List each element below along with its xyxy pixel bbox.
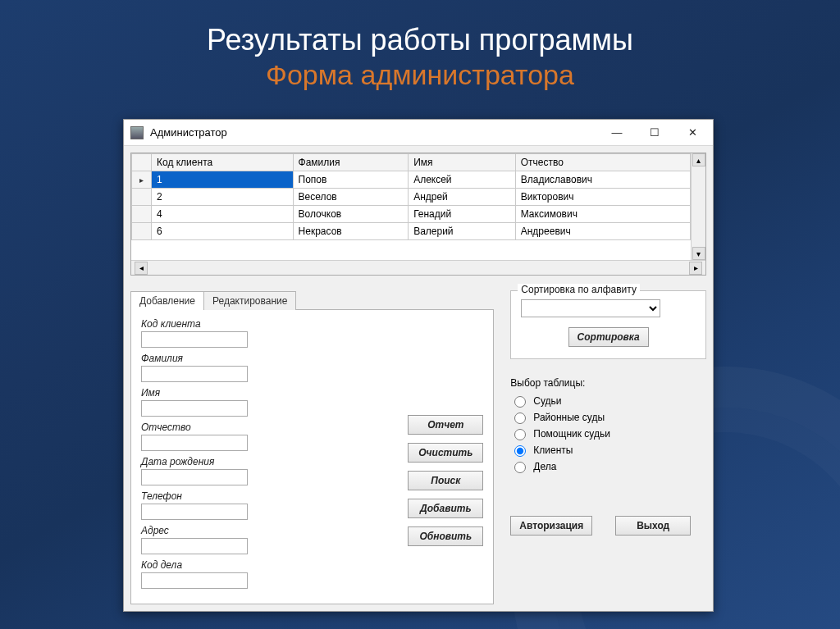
minimize-button[interactable]: — — [598, 121, 636, 145]
table-row[interactable]: 2 Веселов Андрей Викторович — [132, 189, 691, 206]
tab-strip: Добавление Редактирование — [130, 291, 494, 310]
titlebar[interactable]: Администратор — ☐ ✕ — [124, 120, 713, 146]
maximize-button[interactable]: ☐ — [636, 121, 673, 145]
row-header-corner — [132, 154, 152, 171]
app-icon — [130, 126, 144, 139]
col-patr[interactable]: Отчество — [515, 154, 690, 171]
search-button[interactable]: Поиск — [408, 471, 483, 490]
sort-button[interactable]: Сортировка — [568, 327, 649, 347]
table-select-group: Выбор таблицы: Судьи Районные суды По — [510, 377, 706, 473]
field-dob: Дата рождения — [141, 456, 383, 485]
table-select-title: Выбор таблицы: — [510, 377, 706, 389]
field-patronymic: Отчество — [141, 422, 383, 451]
slide-title: Результаты работы программы — [0, 23, 840, 57]
table-row[interactable]: 4 Волочков Генадий Максимович — [132, 206, 691, 223]
radio-clients-input[interactable] — [514, 445, 526, 457]
update-button[interactable]: Обновить — [408, 526, 483, 546]
table-row[interactable]: 6 Некрасов Валерий Андреевич — [132, 223, 691, 240]
clients-table: Код клиента Фамилия Имя Отчество 1 Попов — [131, 153, 691, 240]
radio-judges-input[interactable] — [514, 396, 526, 408]
scroll-up-icon[interactable]: ▴ — [692, 153, 705, 166]
admin-window: Администратор — ☐ ✕ Код клиента Фамилия … — [123, 119, 714, 612]
sort-groupbox: Сортировка по алфавиту Сортировка — [510, 290, 706, 359]
tab-add[interactable]: Добавление — [130, 291, 204, 310]
radio-clients[interactable]: Клиенты — [510, 443, 706, 457]
horizontal-scrollbar[interactable]: ◂ ▸ — [131, 260, 705, 275]
sort-combo[interactable] — [521, 299, 660, 317]
field-phone: Телефон — [141, 490, 383, 520]
field-lastname: Фамилия — [141, 353, 383, 382]
scroll-right-icon[interactable]: ▸ — [689, 262, 702, 275]
col-last[interactable]: Фамилия — [293, 154, 409, 171]
field-address: Адрес — [141, 525, 383, 554]
scroll-left-icon[interactable]: ◂ — [135, 262, 148, 275]
dob-input[interactable] — [141, 469, 248, 485]
radio-assistant[interactable]: Помощник судьи — [510, 426, 706, 440]
firstname-input[interactable] — [141, 400, 248, 417]
slide-subtitle: Форма администратора — [0, 59, 840, 91]
row-indicator — [132, 171, 152, 189]
field-client-code: Код клиента — [141, 318, 383, 348]
radio-judges[interactable]: Судьи — [510, 394, 706, 408]
address-input[interactable] — [141, 538, 248, 554]
table-row[interactable]: 1 Попов Алексей Владиславович — [132, 171, 691, 189]
sort-legend: Сортировка по алфавиту — [518, 284, 640, 295]
clear-button[interactable]: Очистить — [408, 443, 483, 463]
case-code-input[interactable] — [141, 572, 248, 589]
window-body: Код клиента Фамилия Имя Отчество 1 Попов — [124, 146, 713, 611]
radio-courts-input[interactable] — [514, 412, 526, 424]
radio-cases[interactable]: Дела — [510, 459, 706, 473]
phone-input[interactable] — [141, 504, 248, 520]
tab-edit[interactable]: Редактирование — [203, 291, 296, 310]
col-first[interactable]: Имя — [409, 154, 516, 171]
client-code-input[interactable] — [141, 331, 248, 348]
vertical-scrollbar[interactable]: ▴ ▾ — [691, 153, 705, 260]
auth-button[interactable]: Авторизация — [510, 516, 592, 536]
patronymic-input[interactable] — [141, 435, 248, 451]
exit-button[interactable]: Выход — [615, 516, 691, 536]
report-button[interactable]: Отчет — [408, 415, 483, 435]
col-code[interactable]: Код клиента — [152, 154, 294, 171]
radio-cases-input[interactable] — [514, 462, 526, 473]
add-button[interactable]: Добавить — [408, 499, 483, 518]
window-title: Администратор — [150, 126, 598, 139]
lastname-input[interactable] — [141, 366, 248, 382]
tab-page-add: Код клиента Фамилия Имя — [130, 309, 494, 604]
radio-assistant-input[interactable] — [514, 429, 526, 440]
data-grid[interactable]: Код клиента Фамилия Имя Отчество 1 Попов — [130, 153, 706, 276]
close-button[interactable]: ✕ — [673, 121, 711, 145]
field-firstname: Имя — [141, 387, 383, 417]
field-case-code: Код дела — [141, 559, 383, 589]
scroll-down-icon[interactable]: ▾ — [692, 247, 705, 260]
radio-courts[interactable]: Районные суды — [510, 410, 706, 424]
